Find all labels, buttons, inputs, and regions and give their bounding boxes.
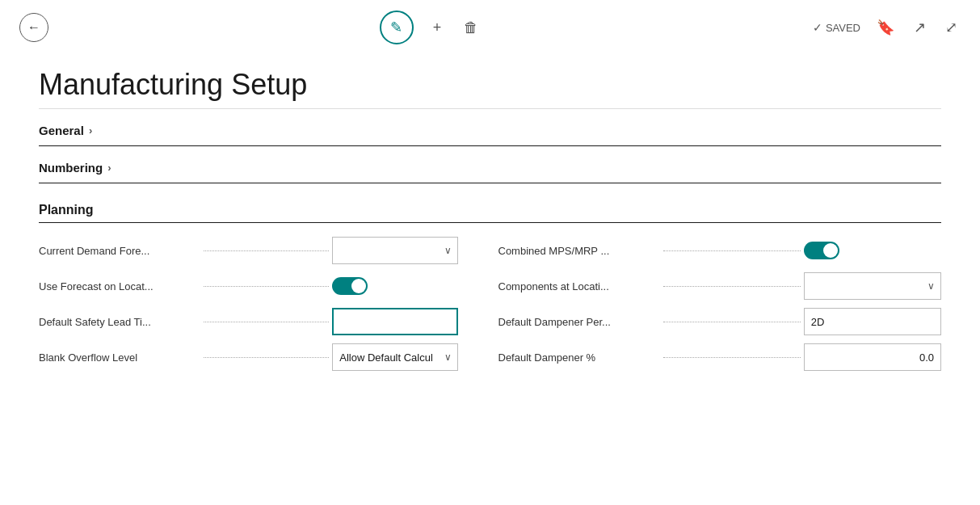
general-section-header[interactable]: General › [39,109,941,145]
dots-6 [663,286,801,287]
dampener-pct-input[interactable] [804,343,941,371]
dots-7 [663,322,801,322]
toolbar-left: ← [19,13,48,42]
planning-title: Planning [39,195,941,222]
combined-mps-control [804,242,941,259]
dots-1 [204,250,329,251]
numbering-label: Numbering [39,161,103,175]
current-demand-select[interactable]: Option 1 Option 2 [332,237,457,264]
dots-5 [663,250,801,251]
saved-label-text: SAVED [826,22,860,34]
edit-button[interactable]: ✎ [380,11,414,44]
dots-8 [663,357,801,358]
form-row-blank-overflow: Blank Overflow Level Allow Default Calcu… [39,339,458,375]
add-button[interactable]: + [430,16,445,40]
dots-3 [204,322,329,322]
add-icon: + [433,19,442,36]
components-location-control: Option 1 Option 2 ∨ [804,272,941,300]
blank-overflow-select-wrapper: Allow Default Calculation Option 1 Optio… [332,343,457,371]
delete-icon: 🗑 [464,19,478,36]
combined-mps-toggle-wrapper [804,242,941,259]
toolbar-right: ✓ SAVED 🔖 ↗ ⤢ [813,15,961,40]
saved-status: ✓ SAVED [813,21,860,34]
numbering-chevron-icon: › [107,162,111,174]
form-row-combined-mps: Combined MPS/MRP ... [498,233,942,268]
form-row-components-location: Components at Locati... Option 1 Option … [498,268,942,304]
blank-overflow-label: Blank Overflow Level [39,351,200,364]
numbering-section-header[interactable]: Numbering › [39,146,941,183]
toolbar-center: ✎ + 🗑 [48,11,813,44]
export-button[interactable]: ↗ [911,15,929,40]
current-demand-control: Option 1 Option 2 ∨ [332,237,457,264]
back-button[interactable]: ← [19,13,48,42]
use-forecast-label: Use Forecast on Locat... [39,280,200,292]
page-title: Manufacturing Setup [39,68,941,102]
components-location-select[interactable]: Option 1 Option 2 [804,272,941,300]
back-icon: ← [27,20,40,35]
combined-mps-label: Combined MPS/MRP ... [498,245,660,257]
use-forecast-toggle-wrapper [332,277,457,295]
components-location-label: Components at Locati... [498,280,660,292]
combined-mps-slider [804,242,839,259]
planning-section: Planning Current Demand Fore... Option 1… [39,195,941,375]
form-row-use-forecast: Use Forecast on Locat... [39,268,458,304]
use-forecast-toggle[interactable] [332,277,368,295]
dampener-period-label: Default Dampener Per... [498,316,660,328]
planning-form-grid: Current Demand Fore... Option 1 Option 2… [39,223,941,375]
expand-button[interactable]: ⤢ [942,15,961,40]
combined-mps-toggle[interactable] [804,242,839,259]
default-safety-control [332,308,457,335]
general-chevron-icon: › [89,124,92,137]
dampener-pct-control [804,343,941,371]
form-row-default-safety: Default Safety Lead Ti... [39,304,458,339]
export-icon: ↗ [914,19,926,36]
dots-4 [204,357,329,358]
use-forecast-control [332,277,457,295]
default-safety-label: Default Safety Lead Ti... [39,316,200,328]
current-demand-label: Current Demand Fore... [39,245,200,257]
delete-button[interactable]: 🗑 [461,16,482,40]
bookmark-button[interactable]: 🔖 [873,15,898,40]
form-row-dampener-period: Default Dampener Per... [498,304,942,339]
form-row-dampener-pct: Default Dampener % [498,339,942,375]
general-label: General [39,124,84,137]
default-safety-input[interactable] [332,308,457,335]
bookmark-icon: 🔖 [877,19,894,36]
blank-overflow-control: Allow Default Calculation Option 1 Optio… [332,343,457,371]
planning-left-col: Current Demand Fore... Option 1 Option 2… [39,233,490,375]
blank-overflow-select[interactable]: Allow Default Calculation Option 1 Optio… [332,343,457,371]
edit-icon: ✎ [390,19,402,36]
dampener-period-input[interactable] [804,308,941,335]
current-demand-select-wrapper: Option 1 Option 2 ∨ [332,237,457,264]
page-content: Manufacturing Setup General › Numbering … [0,68,980,375]
checkmark-icon: ✓ [813,21,822,34]
use-forecast-slider [332,277,368,295]
planning-right-col: Combined MPS/MRP ... Components at Loca [490,233,942,375]
components-location-select-wrapper: Option 1 Option 2 ∨ [804,272,941,300]
dots-2 [204,286,329,287]
numbering-divider [39,183,941,183]
toolbar: ← ✎ + 🗑 ✓ SAVED 🔖 ↗ ⤢ [0,0,980,55]
expand-icon: ⤢ [945,19,957,36]
form-row-current-demand: Current Demand Fore... Option 1 Option 2… [39,233,458,268]
dampener-period-control [804,308,941,335]
dampener-pct-label: Default Dampener % [498,351,660,364]
